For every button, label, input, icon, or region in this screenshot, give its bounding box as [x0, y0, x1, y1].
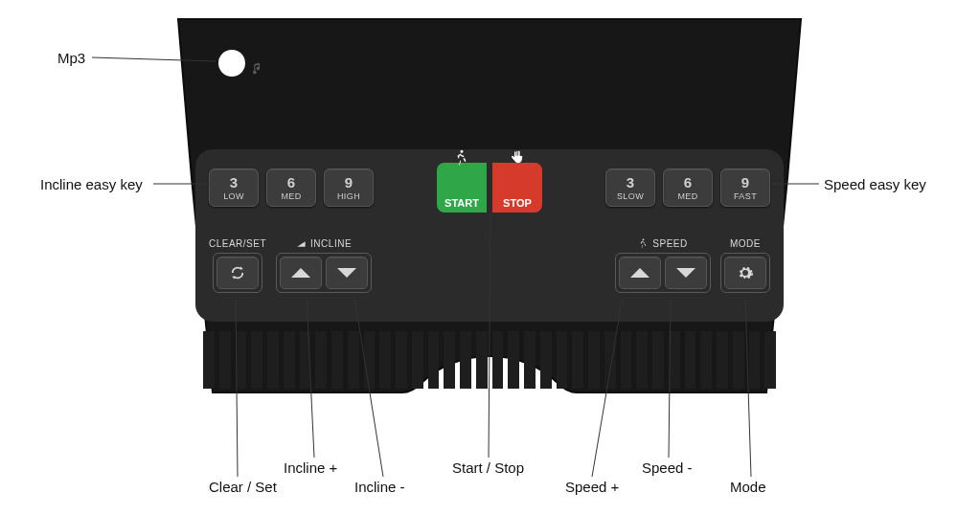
svg-line-4: [307, 297, 314, 458]
svg-line-8: [669, 297, 671, 458]
svg-line-5: [354, 297, 383, 477]
svg-line-7: [592, 297, 623, 477]
svg-line-3: [236, 297, 238, 477]
svg-line-9: [745, 297, 751, 477]
svg-line-0: [92, 57, 216, 61]
svg-line-6: [489, 213, 490, 458]
